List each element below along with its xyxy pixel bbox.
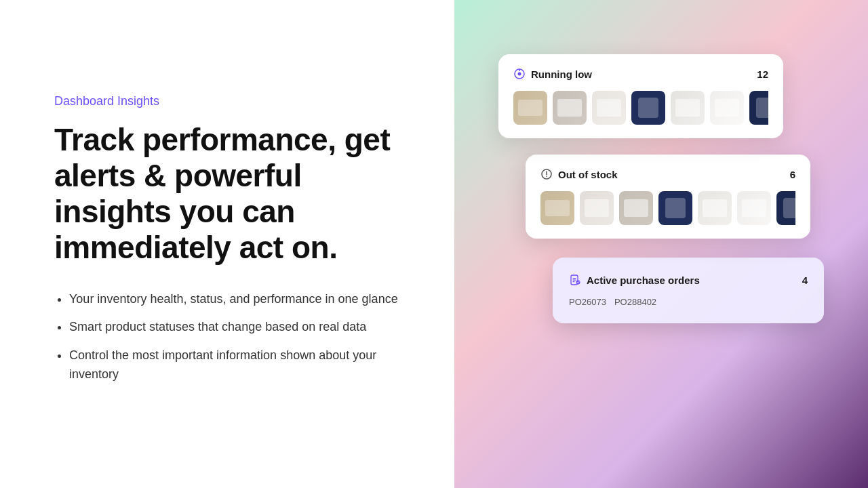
purchase-orders-card-header: Active purchase orders 4 bbox=[569, 274, 808, 286]
purchase-orders-icon bbox=[569, 274, 581, 286]
headline: Track performance, get alerts & powerful… bbox=[54, 122, 400, 266]
po-number-1: PO26073 bbox=[569, 297, 606, 307]
product-thumb bbox=[592, 91, 626, 125]
product-thumb bbox=[631, 91, 665, 125]
cards-container: Running low 12 bbox=[498, 54, 824, 434]
product-thumb bbox=[580, 191, 614, 225]
right-panel: Running low 12 bbox=[454, 0, 868, 488]
out-of-stock-card-header: Out of stock 6 bbox=[540, 168, 795, 180]
purchase-orders-count: 4 bbox=[802, 274, 808, 286]
bullet-list: Your inventory health, status, and perfo… bbox=[54, 290, 400, 394]
purchase-orders-title-row: Active purchase orders bbox=[569, 274, 700, 286]
svg-rect-9 bbox=[573, 281, 575, 282]
out-of-stock-card[interactable]: Out of stock 6 bbox=[526, 155, 810, 239]
product-thumb bbox=[540, 191, 574, 225]
svg-rect-7 bbox=[573, 278, 576, 279]
svg-point-1 bbox=[518, 73, 521, 76]
po-number-2: PO288402 bbox=[614, 297, 656, 307]
product-thumb bbox=[776, 191, 795, 225]
dashboard-label: Dashboard Insights bbox=[54, 94, 400, 108]
out-of-stock-icon bbox=[540, 168, 553, 180]
running-low-products bbox=[513, 91, 768, 125]
product-thumb bbox=[749, 91, 768, 125]
bullet-item-1: Your inventory health, status, and perfo… bbox=[69, 290, 400, 309]
running-low-count: 12 bbox=[757, 68, 768, 80]
running-low-card-header: Running low 12 bbox=[513, 68, 768, 80]
purchase-orders-title: Active purchase orders bbox=[587, 274, 700, 286]
running-low-card[interactable]: Running low 12 bbox=[498, 54, 783, 138]
product-thumb bbox=[671, 91, 705, 125]
product-thumb bbox=[553, 91, 587, 125]
bullet-item-3: Control the most important information s… bbox=[69, 346, 400, 384]
product-thumb bbox=[698, 191, 732, 225]
product-thumb bbox=[619, 191, 653, 225]
product-thumb bbox=[737, 191, 771, 225]
out-of-stock-title-row: Out of stock bbox=[540, 168, 618, 180]
purchase-orders-card[interactable]: Active purchase orders 4 PO26073 PO28840… bbox=[553, 258, 824, 323]
product-thumb bbox=[513, 91, 547, 125]
running-low-title-row: Running low bbox=[513, 68, 592, 80]
out-of-stock-products bbox=[540, 191, 795, 225]
svg-rect-8 bbox=[573, 280, 576, 281]
bullet-item-2: Smart product statuses that change based… bbox=[69, 318, 400, 337]
left-panel: Dashboard Insights Track performance, ge… bbox=[0, 0, 454, 488]
po-numbers-row: PO26073 PO288402 bbox=[569, 297, 808, 307]
running-low-icon bbox=[513, 68, 526, 80]
product-thumb bbox=[710, 91, 744, 125]
out-of-stock-title: Out of stock bbox=[558, 169, 618, 180]
product-thumb bbox=[658, 191, 692, 225]
running-low-title: Running low bbox=[531, 68, 592, 80]
out-of-stock-count: 6 bbox=[790, 169, 795, 180]
svg-point-5 bbox=[546, 176, 547, 178]
